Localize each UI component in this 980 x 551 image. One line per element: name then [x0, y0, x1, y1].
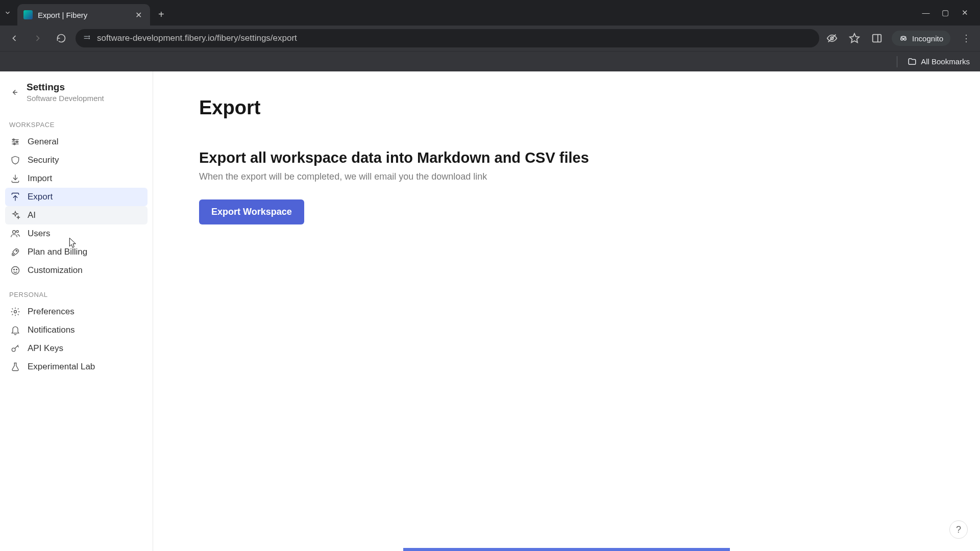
- bookmark-star-icon[interactable]: [847, 31, 862, 46]
- export-workspace-button[interactable]: Export Workspace: [199, 199, 304, 224]
- help-button[interactable]: ?: [949, 520, 968, 539]
- page-title: Export: [199, 97, 934, 119]
- sidebar-item-label: Export: [28, 192, 53, 202]
- svg-marker-6: [850, 34, 859, 42]
- sidebar-subtitle: Software Development: [27, 94, 104, 103]
- sidebar-item-export[interactable]: Export: [5, 188, 148, 206]
- gear-icon: [10, 307, 20, 317]
- window-controls: ― ▢ ✕: [911, 8, 980, 26]
- sub-heading: Export all workspace data into Markdown …: [199, 149, 934, 166]
- reload-button[interactable]: [52, 29, 70, 47]
- sidebar-item-security[interactable]: Security: [5, 151, 148, 169]
- description-text: When the export will be completed, we wi…: [199, 171, 934, 182]
- browser-tab-strip: Export | Fibery ✕ + ― ▢ ✕: [0, 0, 980, 26]
- fibery-favicon-icon: [23, 10, 33, 19]
- incognito-chip[interactable]: Incognito: [892, 31, 950, 46]
- svg-point-24: [14, 311, 17, 313]
- sidebar-item-notifications[interactable]: Notifications: [5, 321, 148, 339]
- all-bookmarks-label: All Bookmarks: [921, 57, 970, 66]
- bell-icon: [10, 325, 20, 335]
- app-content: Settings Software Development WORKSPACE …: [0, 71, 980, 551]
- sidebar-item-label: Import: [28, 173, 52, 184]
- sidebar-item-label: Plan and Billing: [28, 247, 87, 257]
- section-label-personal: PERSONAL: [5, 280, 148, 303]
- tab-search-button[interactable]: [2, 7, 13, 18]
- section-label-workspace: WORKSPACE: [5, 110, 148, 133]
- upload-icon: [10, 192, 20, 202]
- sidebar-item-plan[interactable]: Plan and Billing: [5, 243, 148, 261]
- forward-button[interactable]: [29, 29, 47, 47]
- maximize-icon[interactable]: ▢: [940, 8, 950, 17]
- sliders-icon: [10, 137, 20, 147]
- sidebar-item-apikeys[interactable]: API Keys: [5, 339, 148, 358]
- browser-toolbar: software-development.fibery.io/fibery/se…: [0, 26, 980, 51]
- sidebar-item-label: Customization: [28, 265, 83, 276]
- smile-icon: [10, 265, 20, 276]
- eye-off-icon[interactable]: [824, 31, 840, 46]
- users-icon: [10, 229, 20, 239]
- svg-rect-7: [873, 35, 881, 42]
- shield-icon: [10, 155, 20, 165]
- download-icon: [10, 173, 20, 184]
- sidebar-item-label: Security: [28, 155, 59, 165]
- sidebar-header: Settings Software Development: [5, 81, 148, 110]
- svg-point-20: [16, 250, 17, 252]
- incognito-label: Incognito: [912, 34, 943, 43]
- sidebar-header-text: Settings Software Development: [27, 82, 104, 103]
- svg-point-22: [14, 269, 15, 270]
- back-icon[interactable]: [7, 85, 21, 99]
- bookmarks-bar: All Bookmarks: [0, 51, 980, 71]
- browser-menu-icon[interactable]: ⋮: [958, 31, 975, 46]
- svg-point-3: [89, 38, 90, 39]
- side-panel-icon[interactable]: [869, 31, 885, 46]
- flask-icon: [10, 362, 20, 372]
- settings-sidebar: Settings Software Development WORKSPACE …: [0, 71, 153, 551]
- sidebar-item-ai[interactable]: AI: [5, 206, 148, 224]
- main-panel: Export Export all workspace data into Ma…: [153, 71, 980, 551]
- close-window-icon[interactable]: ✕: [960, 8, 970, 17]
- key-icon: [10, 343, 20, 354]
- close-tab-icon[interactable]: ✕: [133, 9, 144, 21]
- url-text: software-development.fibery.io/fibery/se…: [97, 33, 812, 43]
- sidebar-item-label: AI: [28, 210, 36, 220]
- address-bar[interactable]: software-development.fibery.io/fibery/se…: [76, 29, 819, 47]
- svg-point-19: [16, 231, 18, 233]
- svg-point-23: [16, 269, 17, 270]
- sidebar-item-preferences[interactable]: Preferences: [5, 303, 148, 321]
- svg-point-2: [89, 36, 90, 37]
- back-button[interactable]: [5, 29, 23, 47]
- bottom-accent-bar: [403, 548, 730, 551]
- sidebar-item-label: General: [28, 137, 58, 147]
- sidebar-item-label: Experimental Lab: [28, 362, 95, 372]
- browser-tab-active[interactable]: Export | Fibery ✕: [17, 4, 150, 26]
- minimize-icon[interactable]: ―: [921, 8, 931, 17]
- sidebar-item-import[interactable]: Import: [5, 169, 148, 188]
- svg-point-25: [12, 348, 15, 352]
- divider: [897, 56, 897, 67]
- sidebar-item-lab[interactable]: Experimental Lab: [5, 358, 148, 376]
- sidebar-item-label: Preferences: [28, 307, 75, 317]
- rocket-icon: [10, 247, 20, 257]
- svg-point-10: [904, 38, 906, 40]
- new-tab-button[interactable]: +: [150, 9, 173, 26]
- sidebar-item-customization[interactable]: Customization: [5, 261, 148, 280]
- svg-point-9: [901, 38, 903, 40]
- sidebar-item-label: Users: [28, 229, 50, 239]
- sparkle-icon: [10, 210, 20, 220]
- svg-point-21: [12, 267, 19, 274]
- all-bookmarks-button[interactable]: All Bookmarks: [908, 57, 970, 66]
- svg-point-18: [13, 231, 16, 234]
- sidebar-item-label: API Keys: [28, 343, 63, 354]
- toolbar-right: Incognito ⋮: [824, 31, 975, 46]
- sidebar-item-general[interactable]: General: [5, 133, 148, 151]
- site-info-icon[interactable]: [83, 34, 91, 43]
- sidebar-title: Settings: [27, 82, 104, 93]
- sidebar-item-label: Notifications: [28, 325, 75, 335]
- tab-title: Export | Fibery: [38, 11, 128, 19]
- sidebar-item-users[interactable]: Users: [5, 224, 148, 243]
